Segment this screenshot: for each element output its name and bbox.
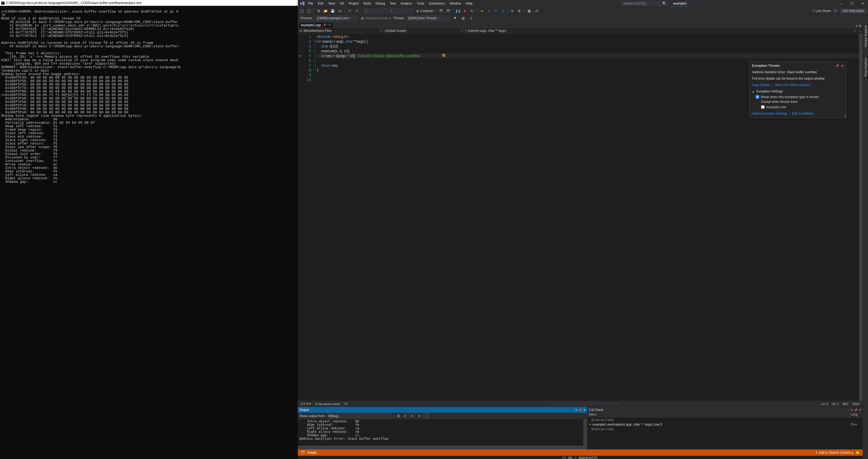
callstack-row-external[interactable]: [External Code] xyxy=(587,418,863,422)
nav-split-button[interactable]: ⫞ xyxy=(857,28,863,33)
outlining-margin[interactable]: ⊟│││││└ xyxy=(313,34,317,401)
live-share-button[interactable]: ⇪ Live Share xyxy=(812,9,831,13)
proc-tool-button[interactable]: ⎙ xyxy=(468,15,474,21)
step-into-button[interactable]: ↴ xyxy=(486,8,491,13)
redo-button[interactable]: ↷ xyxy=(354,8,359,13)
int-preview-badge[interactable]: INT PREVIEW xyxy=(840,9,866,13)
close-icon[interactable]: ✕ xyxy=(328,23,331,27)
menu-edit[interactable]: Edit xyxy=(316,1,326,6)
exception-pin-button[interactable]: 📌 xyxy=(835,63,839,68)
console-output[interactable]: ==23696==ERROR: AddressSanitizer: stack-… xyxy=(0,6,298,459)
code-editor[interactable]: ➪ 12345678910 ⊟│││││└ #include <string.h… xyxy=(298,34,863,401)
window-close-button[interactable]: ✕ xyxy=(857,0,868,7)
menu-debug[interactable]: Debug xyxy=(373,1,387,6)
output-horizontal-scrollbar[interactable] xyxy=(298,446,587,449)
copy-details-link[interactable]: Copy Details xyxy=(752,83,770,87)
exception-settings-header[interactable]: ▲ Exception Settings xyxy=(752,89,844,94)
menu-help[interactable]: Help xyxy=(464,1,474,6)
show-next-stmt-button[interactable]: ➜ xyxy=(479,8,485,13)
error-glyph-icon[interactable]: ✕ xyxy=(442,54,445,57)
process-combo[interactable]: [23696] example1.exe ▾ xyxy=(315,15,358,21)
editor-tab-active[interactable]: example1.cpp 📌 ✕ xyxy=(299,22,333,28)
solution-config-combo[interactable]: ▾ xyxy=(364,8,388,13)
pin-icon[interactable]: 📌 xyxy=(323,24,326,27)
nav-fwd-button[interactable]: ◯ xyxy=(306,8,312,13)
nav-back-button[interactable]: ◯ xyxy=(300,8,305,13)
menu-file[interactable]: File xyxy=(306,1,315,6)
menu-test[interactable]: Test xyxy=(388,1,398,6)
indent-mode[interactable]: SPC xyxy=(843,402,849,405)
thread-combo[interactable]: [2604] Main Thread ▾ xyxy=(407,15,450,21)
notifications-icon[interactable]: 🔔 xyxy=(856,451,860,455)
add-source-control-button[interactable]: ↥ Add to Source Control ▴ xyxy=(815,451,853,455)
step-out-button[interactable]: ↥ xyxy=(500,8,505,13)
feedback-button[interactable]: 🗨 xyxy=(833,8,838,13)
window-minimize-button[interactable]: ─ xyxy=(836,0,847,7)
panel-close-button[interactable]: ✕ xyxy=(583,408,585,412)
col-name[interactable]: Name xyxy=(587,413,851,417)
lifecycle-events-button[interactable]: ▦ Lifecycle Events ▾ xyxy=(361,16,390,20)
solution-platform-combo[interactable]: ▾ xyxy=(390,8,413,13)
new-item-button[interactable]: 🗎 xyxy=(316,8,321,13)
thread-flag-button[interactable]: ⚑ xyxy=(452,15,458,21)
panel-close-button[interactable]: ✕ xyxy=(859,408,861,412)
break-checkbox-input[interactable] xyxy=(756,95,759,99)
break-all-button[interactable]: ❚❚ xyxy=(455,8,461,13)
callstack-row-external[interactable]: [External Code] xyxy=(587,427,863,431)
panel-pin-button[interactable]: 📌 xyxy=(854,408,857,412)
panel-dropdown-button[interactable]: ▾ xyxy=(576,408,577,412)
quick-search-input[interactable]: Search (Ctrl+Q) 🔍 xyxy=(622,1,668,6)
hot-reload-button[interactable]: 🗖 xyxy=(438,8,444,13)
menu-build[interactable]: Build xyxy=(362,1,373,6)
debug-tool-d-button[interactable]: ⎇ xyxy=(534,8,539,13)
menu-analyze[interactable]: Analyze xyxy=(398,1,414,6)
nav-function-combo[interactable]: ƒ main(int argc, char ** argv) ▾ xyxy=(464,28,857,33)
debug-tool-a-button[interactable]: ⚲ xyxy=(510,8,515,13)
editor-vertical-scrollbar[interactable] xyxy=(859,34,863,401)
undo-button[interactable]: ↶ xyxy=(347,8,352,13)
menu-view[interactable]: View xyxy=(326,1,337,6)
solution-title-tab[interactable]: example1 xyxy=(671,0,689,7)
output-vertical-scrollbar[interactable] xyxy=(583,419,587,446)
callstack-row-current[interactable]: ➜ example1.exe!main(int argc, char * * a… xyxy=(587,422,863,427)
panel-pin-button[interactable]: 📌 xyxy=(579,408,582,412)
tab-settings-button[interactable]: ⚙ xyxy=(859,24,862,28)
start-live-share-link[interactable]: Start Live Share session... xyxy=(775,83,812,87)
line-endings[interactable]: CRLF xyxy=(852,402,860,405)
save-button[interactable]: 💾 xyxy=(330,8,336,13)
exception-close-button[interactable]: ✕ xyxy=(841,63,844,68)
output-text[interactable]: Intra object redzone: bb ASan internal: … xyxy=(298,419,583,446)
menu-tools[interactable]: Tools xyxy=(414,1,426,6)
col-lang[interactable]: Lang xyxy=(851,413,863,417)
output-wrap-button[interactable]: ↵ xyxy=(403,413,408,419)
output-clear-button[interactable]: ☒ xyxy=(396,413,401,419)
callstack-panel-header[interactable]: Call Stack ▾ 📌 ✕ xyxy=(587,407,863,413)
stack-frame-button[interactable]: ▥ xyxy=(460,15,466,21)
menu-window[interactable]: Window xyxy=(447,1,463,6)
tab-overflow-button[interactable]: ▾ xyxy=(856,24,858,28)
output-tool-a-button[interactable]: ≡ xyxy=(409,413,415,419)
health-indicator-button[interactable]: ⚕ ▾ xyxy=(343,402,347,405)
break-when-thrown-checkbox[interactable]: Break when this exception type is thrown xyxy=(756,95,844,99)
save-all-button[interactable]: 🗃 xyxy=(337,8,342,13)
callstack-columns[interactable]: Name Lang xyxy=(587,413,863,418)
stop-debug-button[interactable]: ■ xyxy=(462,8,468,13)
nav-project-combo[interactable]: 🗀 Miscellaneous Files ▾ xyxy=(298,28,383,33)
open-file-button[interactable]: 📂 xyxy=(323,8,329,13)
zoom-combo[interactable]: 111 % ▾ xyxy=(301,402,311,405)
open-exception-settings-link[interactable]: Open Exception Settings xyxy=(752,112,787,116)
vs-logo-icon[interactable] xyxy=(299,0,306,7)
output-tool-b-button[interactable]: ⎙ xyxy=(416,413,422,419)
editor-horizontal-scrollbar[interactable] xyxy=(550,403,619,405)
menu-extensions[interactable]: Extensions xyxy=(427,1,447,6)
output-tool-c-button[interactable]: ⬚ xyxy=(424,413,429,419)
menu-project[interactable]: Project xyxy=(347,1,361,6)
continue-button[interactable]: ▶ Continue ▾ xyxy=(415,9,437,13)
debug-tool-b-button[interactable]: ⚙ xyxy=(517,8,522,13)
callstack-rows[interactable]: [External Code] ➜ example1.exe!main(int … xyxy=(587,418,863,449)
output-panel-header[interactable]: Output ▾ 📌 ✕ xyxy=(298,407,587,413)
output-source-combo[interactable]: Debug ▾ xyxy=(327,413,391,419)
except-item-input[interactable] xyxy=(761,105,765,109)
window-maximize-button[interactable]: ☐ xyxy=(847,0,857,7)
breakpoint-margin[interactable]: ➪ xyxy=(298,34,304,401)
